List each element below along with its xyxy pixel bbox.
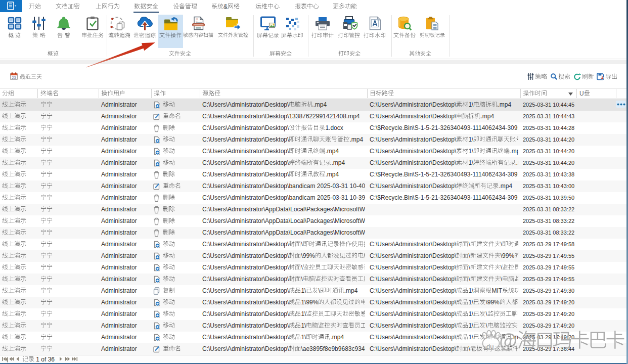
svg-text:23: 23	[12, 75, 16, 80]
